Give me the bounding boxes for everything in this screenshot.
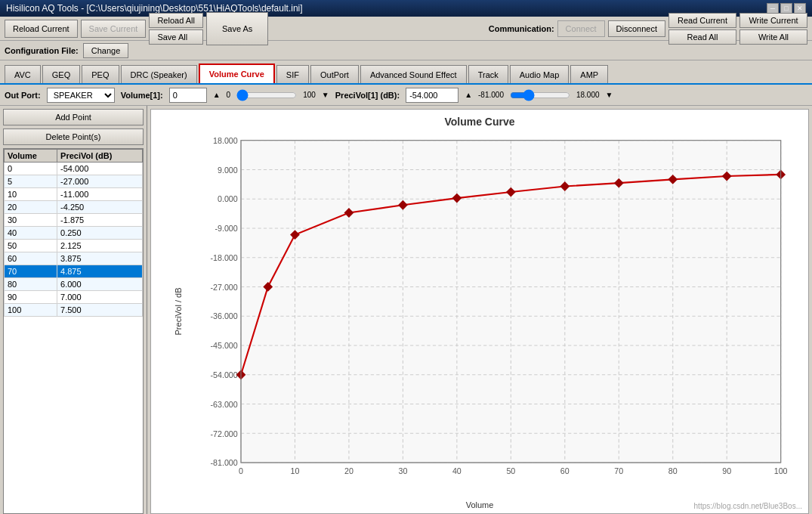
svg-text:0.000: 0.000 bbox=[218, 194, 238, 203]
table-row[interactable]: 400.250 bbox=[5, 227, 143, 240]
disconnect-button[interactable]: Disconnect bbox=[608, 20, 665, 37]
tab-outport[interactable]: OutPort bbox=[310, 65, 359, 83]
tab-audio-map[interactable]: Audio Map bbox=[510, 65, 570, 83]
svg-text:-18.000: -18.000 bbox=[211, 253, 238, 262]
table-row[interactable]: 704.875 bbox=[5, 265, 143, 278]
svg-text:60: 60 bbox=[560, 466, 570, 475]
table-row[interactable]: 5-27.000 bbox=[5, 175, 143, 188]
tab-volume-curve[interactable]: Volume Curve bbox=[199, 63, 275, 83]
vol-slider-min: 0 bbox=[227, 91, 231, 99]
svg-text:-54.000: -54.000 bbox=[211, 370, 238, 379]
tab-bar: AVCGEQPEQDRC (Speaker)Volume CurveSIFOut… bbox=[0, 60, 812, 85]
precivol-col-header: PreciVol (dB) bbox=[57, 150, 143, 163]
read-current-button[interactable]: Read Current bbox=[668, 13, 736, 28]
connect-button[interactable]: Connect bbox=[557, 20, 605, 37]
save-current-button[interactable]: Save Current bbox=[81, 20, 147, 38]
vol-slider-max: 100 bbox=[303, 91, 316, 99]
volume-cell: 80 bbox=[5, 278, 57, 291]
out-port-label: Out Port: bbox=[5, 91, 41, 100]
volume-cell: 50 bbox=[5, 240, 57, 252]
preci-slider-max: 18.000 bbox=[576, 91, 600, 99]
volume-cell: 60 bbox=[5, 252, 57, 265]
tab-peq[interactable]: PEQ bbox=[82, 65, 119, 83]
svg-text:20: 20 bbox=[344, 466, 354, 475]
volume-cell: 30 bbox=[5, 214, 57, 227]
save-all-button[interactable]: Save All bbox=[149, 29, 203, 45]
svg-text:-36.000: -36.000 bbox=[211, 311, 238, 320]
volume-input[interactable] bbox=[169, 88, 207, 103]
add-point-button[interactable]: Add Point bbox=[3, 109, 144, 125]
precivol-cell: 7.500 bbox=[57, 304, 143, 317]
table-row[interactable]: 502.125 bbox=[5, 240, 143, 252]
svg-text:80: 80 bbox=[668, 466, 678, 475]
chart-svg: 18.0009.0000.000-9.000-18.000-27.000-36.… bbox=[193, 132, 797, 487]
precivol-cell: 7.000 bbox=[57, 291, 143, 304]
precivol-cell: 4.875 bbox=[57, 265, 143, 278]
precivol-input[interactable] bbox=[406, 88, 458, 103]
reload-current-button[interactable]: Reload Current bbox=[5, 20, 78, 38]
table-row[interactable]: 10-11.000 bbox=[5, 188, 143, 201]
table-row[interactable]: 30-1.875 bbox=[5, 214, 143, 227]
precivol-cell: -11.000 bbox=[57, 188, 143, 201]
svg-text:-63.000: -63.000 bbox=[211, 400, 238, 409]
table-row[interactable]: 907.000 bbox=[5, 291, 143, 304]
table-row[interactable]: 806.000 bbox=[5, 278, 143, 291]
svg-text:10: 10 bbox=[291, 466, 300, 475]
vol-arrow-up[interactable]: ▲ bbox=[213, 91, 221, 99]
save-as-button[interactable]: Save As bbox=[206, 12, 268, 45]
tab-advanced-sound-effect[interactable]: Advanced Sound Effect bbox=[360, 65, 467, 83]
write-current-button[interactable]: Write Current bbox=[739, 13, 807, 28]
precivol-cell: 3.875 bbox=[57, 252, 143, 265]
svg-text:30: 30 bbox=[398, 466, 407, 475]
tab-track[interactable]: Track bbox=[468, 65, 508, 83]
config-file-label: Configuration File: bbox=[5, 46, 79, 55]
precivol-cell: -1.875 bbox=[57, 214, 143, 227]
volume-cell: 10 bbox=[5, 188, 57, 201]
x-axis-label: Volume bbox=[466, 500, 494, 509]
table-row[interactable]: 0-54.000 bbox=[5, 163, 143, 175]
tab-sif[interactable]: SIF bbox=[276, 65, 309, 83]
tab-drc-(speaker)[interactable]: DRC (Speaker) bbox=[121, 65, 197, 83]
precivol-cell: 2.125 bbox=[57, 240, 143, 252]
precivol-cell: -4.250 bbox=[57, 201, 143, 214]
tab-avc[interactable]: AVC bbox=[5, 65, 41, 83]
svg-text:0: 0 bbox=[239, 466, 243, 475]
chart-title: Volume Curve bbox=[151, 110, 808, 134]
read-all-button[interactable]: Read All bbox=[668, 29, 736, 45]
svg-text:-72.000: -72.000 bbox=[211, 429, 238, 438]
volume-slider[interactable] bbox=[236, 89, 297, 101]
precivol-cell: -27.000 bbox=[57, 175, 143, 188]
precivol-cell: -54.000 bbox=[57, 163, 143, 175]
precivol-cell: 6.000 bbox=[57, 278, 143, 291]
precivol-cell: 0.250 bbox=[57, 227, 143, 240]
svg-text:90: 90 bbox=[722, 466, 731, 475]
svg-text:18.000: 18.000 bbox=[213, 136, 238, 145]
precivol-label: PreciVol[1] (dB): bbox=[335, 91, 400, 100]
vol-arrow-down[interactable]: ▼ bbox=[322, 91, 329, 99]
out-port-select[interactable]: SPEAKERHEADPHONESPDIF bbox=[47, 88, 115, 103]
volume-table: Volume PreciVol (dB) 0-54.0005-27.00010-… bbox=[4, 149, 143, 317]
chart-wrapper: 18.0009.0000.000-9.000-18.000-27.000-36.… bbox=[193, 132, 797, 487]
volume-cell: 5 bbox=[5, 175, 57, 188]
volume-label: Volume[1]: bbox=[121, 91, 163, 100]
svg-text:100: 100 bbox=[774, 466, 788, 475]
delete-point-button[interactable]: Delete Point(s) bbox=[3, 128, 144, 145]
volume-col-header: Volume bbox=[5, 150, 57, 163]
write-all-button[interactable]: Write All bbox=[739, 29, 807, 45]
svg-text:-45.000: -45.000 bbox=[211, 341, 238, 350]
tab-amp[interactable]: AMP bbox=[570, 65, 608, 83]
change-button[interactable]: Change bbox=[83, 43, 129, 58]
preci-arrow-down[interactable]: ▼ bbox=[606, 91, 613, 99]
volume-cell: 90 bbox=[5, 291, 57, 304]
y-axis-label: PreciVol / dB bbox=[174, 288, 183, 336]
table-row[interactable]: 1007.500 bbox=[5, 304, 143, 317]
volume-cell: 70 bbox=[5, 265, 57, 278]
volume-cell: 100 bbox=[5, 304, 57, 317]
precivol-slider[interactable] bbox=[510, 89, 570, 101]
table-row[interactable]: 603.875 bbox=[5, 252, 143, 265]
table-row[interactable]: 20-4.250 bbox=[5, 201, 143, 214]
preci-arrow-up[interactable]: ▲ bbox=[465, 91, 472, 99]
reload-all-button[interactable]: Reload All bbox=[149, 13, 203, 28]
tab-geq[interactable]: GEQ bbox=[42, 65, 80, 83]
volume-table-container: Volume PreciVol (dB) 0-54.0005-27.00010-… bbox=[3, 148, 144, 514]
